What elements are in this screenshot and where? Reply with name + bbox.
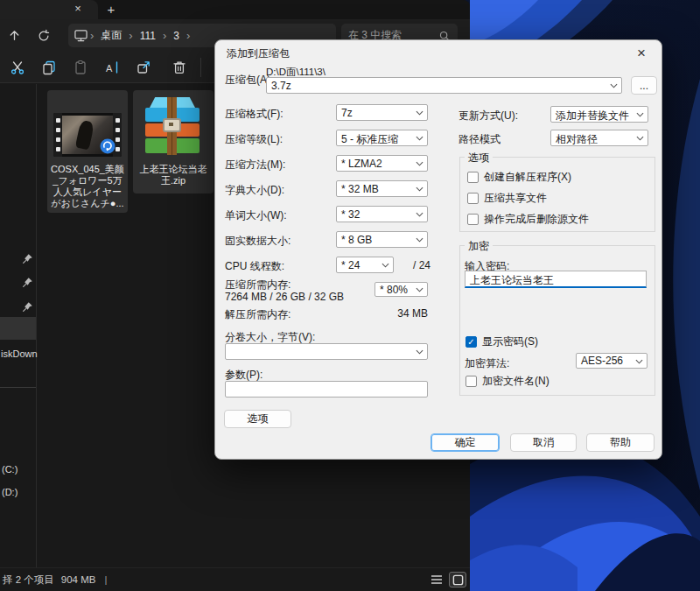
pin-icon — [22, 277, 33, 288]
up-button[interactable] — [2, 25, 26, 47]
sidebar-item-drive-c[interactable]: (C:) — [2, 464, 18, 475]
media-overlay-icon — [100, 138, 116, 154]
cancel-button[interactable]: 取消 — [510, 433, 577, 452]
memory-percent-combo[interactable]: * 80% — [374, 282, 428, 297]
path-mode-combo[interactable]: 相对路径 — [550, 130, 648, 146]
status-divider: | — [104, 574, 107, 585]
path-mode-value: 相对路径 — [556, 132, 598, 147]
tab-close-icon[interactable]: × — [70, 0, 86, 18]
memory-usage-detail: 7264 MB / 26 GB / 32 GB — [225, 291, 344, 303]
solid-block-label: 固实数据大小: — [225, 234, 290, 249]
delete-button[interactable] — [164, 54, 195, 81]
navigation-pane: iskDown (C:) (D:) — [0, 84, 37, 567]
update-mode-value: 添加并替换文件 — [556, 109, 629, 123]
video-thumbnail — [53, 113, 122, 157]
level-label: 压缩等级(L): — [225, 132, 283, 147]
file-item-video[interactable]: COSX_045_美颜_フォロワー5万人人気レイヤーがおじさんチ●... — [47, 90, 128, 213]
details-view-icon — [430, 574, 443, 585]
refresh-button[interactable] — [32, 25, 56, 47]
cpu-threads-value: * 24 — [341, 259, 360, 271]
winrar-archive-icon — [145, 97, 200, 155]
checkbox-delete-after[interactable]: 操作完成后删除源文件 — [467, 212, 589, 227]
paste-icon — [73, 60, 88, 75]
cut-button[interactable] — [2, 54, 33, 81]
parameters-input[interactable] — [225, 381, 428, 398]
chevron-down-icon — [416, 136, 424, 141]
checkbox-unchecked — [467, 172, 479, 183]
copy-button[interactable] — [33, 54, 65, 81]
breadcrumb-item-3[interactable]: 3 — [168, 30, 185, 42]
toolbar-divider — [200, 58, 201, 77]
format-label: 压缩格式(F): — [225, 107, 284, 122]
path-mode-label: 路径模式 — [458, 132, 500, 147]
chevron-down-icon — [636, 112, 644, 117]
checkbox-checked: ✓ — [466, 336, 477, 348]
format-value: 7z — [341, 107, 353, 119]
update-mode-combo[interactable]: 添加并替换文件 — [550, 106, 648, 123]
checkbox-create-sfx[interactable]: 创建自解压程序(X) — [467, 170, 571, 185]
breadcrumb-separator: › — [161, 29, 168, 42]
ok-button[interactable]: 确定 — [430, 433, 500, 452]
password-input[interactable]: 上老王论坛当老王 — [465, 271, 647, 288]
sidebar-item-drive-d[interactable]: (D:) — [2, 487, 18, 497]
options-button[interactable]: 选项 — [224, 410, 291, 428]
encryption-method-value: AES-256 — [581, 355, 623, 367]
breadcrumb-separator: › — [127, 29, 134, 42]
trash-icon — [172, 60, 187, 75]
encryption-method-combo[interactable]: AES-256 — [576, 353, 648, 369]
svg-text:A: A — [106, 62, 113, 73]
share-icon — [136, 60, 151, 75]
selection-size: 904 MB — [61, 574, 96, 585]
checkbox-encrypt-names[interactable]: 加密文件名(N) — [466, 374, 550, 389]
copy-icon — [41, 60, 57, 75]
word-size-combo[interactable]: * 32 — [336, 206, 428, 222]
solid-block-value: * 8 GB — [341, 234, 372, 246]
new-tab-button[interactable]: + — [103, 1, 119, 18]
breadcrumb-item-desktop[interactable]: 桌面 — [95, 28, 127, 43]
rename-icon: A — [104, 60, 120, 75]
chevron-down-icon — [416, 110, 424, 116]
pin-icon — [22, 301, 33, 313]
explorer-tab[interactable]: × — [0, 0, 98, 19]
sidebar-selected-item[interactable] — [0, 317, 36, 340]
options-group-title: 选项 — [465, 151, 493, 165]
chevron-down-icon — [416, 186, 424, 192]
checkbox-show-password[interactable]: ✓ 显示密码(S) — [466, 334, 538, 349]
word-size-label: 单词大小(W): — [225, 208, 287, 223]
memory-percent-value: * 80% — [380, 284, 408, 296]
share-button[interactable] — [128, 54, 159, 81]
breadcrumb-separator: › — [88, 29, 95, 42]
pin-icon — [22, 253, 33, 264]
solid-block-combo[interactable]: * 8 GB — [336, 231, 428, 248]
checkbox-shared-files[interactable]: 压缩共享文件 — [467, 191, 547, 206]
add-to-archive-dialog: 添加到压缩包 × 压缩包(A): D:\D面\111\3\ 3.7z ... 压… — [214, 39, 662, 460]
cpu-threads-combo[interactable]: * 24 — [336, 257, 394, 273]
word-size-value: * 32 — [341, 208, 360, 221]
breadcrumb-item-111[interactable]: 111 — [135, 30, 161, 42]
dialog-close-icon[interactable]: × — [632, 44, 651, 63]
dialog-title: 添加到压缩包 — [227, 46, 290, 61]
details-view-button[interactable] — [428, 572, 445, 587]
archive-name-combo[interactable]: 3.7z — [266, 77, 622, 94]
browse-button[interactable]: ... — [631, 76, 657, 95]
help-button[interactable]: 帮助 — [586, 433, 654, 452]
icons-view-button[interactable] — [449, 572, 466, 587]
dictionary-value: * 32 MB — [341, 183, 379, 195]
decompress-memory-value: 34 MB — [336, 307, 428, 320]
dictionary-combo[interactable]: * 32 MB — [336, 180, 428, 197]
volume-size-combo[interactable] — [225, 343, 428, 360]
sidebar-item-netdisk-download[interactable]: iskDown — [1, 348, 38, 359]
chevron-down-icon — [416, 212, 424, 217]
method-combo[interactable]: * LZMA2 — [336, 155, 428, 172]
file-name: COSX_045_美颜_フォロワー5万人人気レイヤーがおじさんチ●... — [47, 164, 128, 209]
file-item-zip[interactable]: 上老王论坛当老王.zip — [133, 90, 214, 193]
format-combo[interactable]: 7z — [336, 104, 428, 121]
checkbox-label: 加密文件名(N) — [482, 374, 550, 389]
method-value: * LZMA2 — [341, 158, 382, 170]
chevron-down-icon — [610, 83, 618, 88]
paste-button[interactable] — [65, 54, 96, 81]
method-label: 压缩方法(M): — [225, 158, 285, 172]
rename-button[interactable]: A — [96, 54, 128, 81]
cpu-threads-total: / 24 — [413, 259, 430, 271]
level-combo[interactable]: 5 - 标准压缩 — [336, 130, 428, 146]
